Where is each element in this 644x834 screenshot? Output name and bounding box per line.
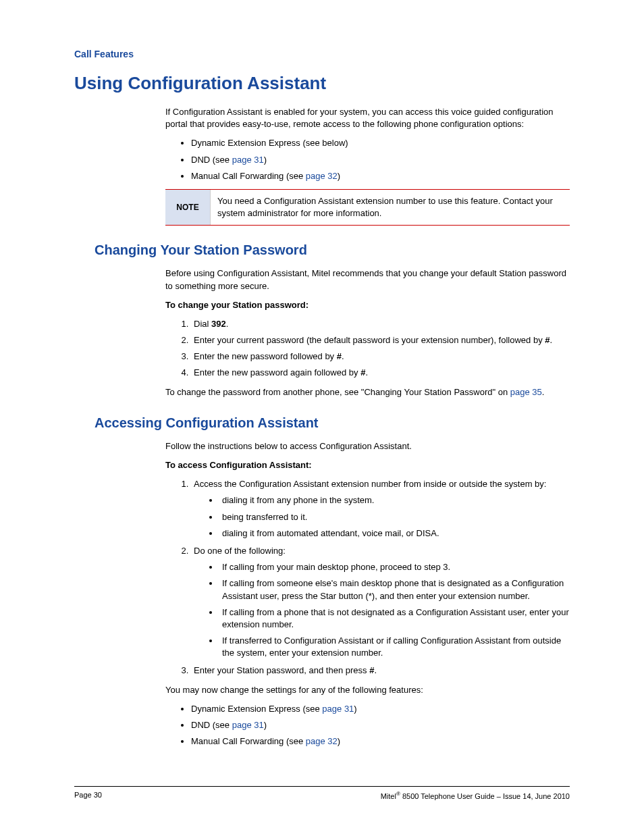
list-item: If calling from a phone that is not desi… [219,606,570,631]
intro-section: If Configuration Assistant is enabled fo… [165,106,570,226]
subheading-accessing: Accessing Configuration Assistant [95,415,570,431]
page-link[interactable]: page 35 [510,387,542,397]
page-title: Using Configuration Assistant [74,73,570,94]
paragraph: To change the password from another phon… [165,386,570,398]
page-link[interactable]: page 32 [306,171,338,181]
list-item: Enter the new password followed by #. [191,350,570,363]
page-link[interactable]: page 31 [232,720,264,730]
list-item: Enter your Station password, and then pr… [191,664,570,677]
footer-doc-info: Mitel® 8500 Telephone User Guide – Issue… [381,791,570,800]
paragraph: Follow the instructions below to access … [165,440,570,452]
instruction-heading: To access Configuration Assistant: [165,459,570,471]
list-item: Enter the new password again followed by… [191,367,570,379]
change-password-section: Before using Configuration Assistant, Mi… [165,267,570,398]
list-item: Dial 392. [191,318,570,330]
intro-list: Dynamic Extension Express (see below) DN… [165,137,570,182]
list-item: being transferred to it. [219,511,570,523]
page-link[interactable]: page 31 [322,704,354,714]
section-header: Call Features [74,49,570,59]
page-footer: Page 30 Mitel® 8500 Telephone User Guide… [74,786,570,800]
feature-list: Dynamic Extension Express (see page 31) … [165,703,570,748]
list-item: Manual Call Forwarding (see page 32) [191,170,570,182]
accessing-section: Follow the instructions below to access … [165,440,570,748]
list-item: If transferred to Configuration Assistan… [219,635,570,659]
list-item: DND (see page 31) [191,719,570,731]
list-item: If calling from someone else's main desk… [219,577,570,602]
list-item: Access the Configuration Assistant exten… [191,478,570,540]
list-item: dialing it from any phone in the system. [219,494,570,506]
list-item: Dynamic Extension Express (see page 31) [191,703,570,715]
instruction-heading: To change your Station password: [165,299,570,311]
intro-paragraph: If Configuration Assistant is enabled fo… [165,106,570,130]
list-item: dialing it from automated attendant, voi… [219,527,570,540]
list-item: Do one of the following: If calling from… [191,545,570,660]
list-item: DND (see page 31) [191,154,570,166]
document-page: Call Features Using Configuration Assist… [0,0,644,834]
footer-page-number: Page 30 [74,791,102,800]
nested-list: If calling from your main desktop phone,… [194,561,570,659]
list-item: Enter your current password (the default… [191,334,570,346]
ordered-list: Dial 392. Enter your current password (t… [165,318,570,380]
note-label: NOTE [165,190,211,225]
list-item: Manual Call Forwarding (see page 32) [191,735,570,748]
note-box: NOTE You need a Configuration Assistant … [165,189,570,226]
subheading-change-password: Changing Your Station Password [95,242,570,258]
paragraph: You may now change the settings for any … [165,684,570,696]
paragraph: Before using Configuration Assistant, Mi… [165,267,570,292]
page-link[interactable]: page 31 [232,155,264,165]
note-text: You need a Configuration Assistant exten… [211,190,570,225]
nested-list: dialing it from any phone in the system.… [194,494,570,540]
list-item: If calling from your main desktop phone,… [219,561,570,573]
ordered-list: Access the Configuration Assistant exten… [165,478,570,677]
list-item: Dynamic Extension Express (see below) [191,137,570,149]
page-link[interactable]: page 32 [306,736,338,746]
